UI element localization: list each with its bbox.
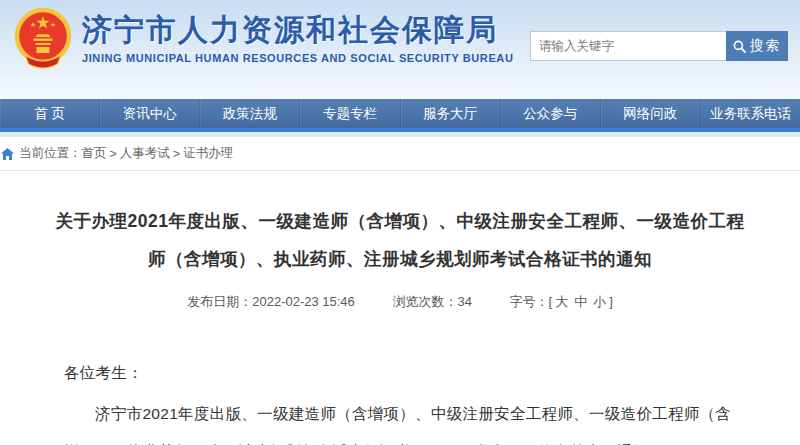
breadcrumb-item-certificate-handling[interactable]: 证书办理: [183, 145, 233, 162]
site-subtitle: JINING MUNICIPAL HUMAN RESOURCES AND SOC…: [82, 52, 513, 64]
publish-date: 发布日期：2022-02-23 15:46: [187, 294, 355, 309]
font-size-medium[interactable]: 中: [574, 294, 587, 309]
search-button-label: 搜索: [750, 37, 781, 55]
search-area: 搜索: [530, 31, 788, 61]
main-navigation: 首 页 资讯中心 政策法规 专题专栏 服务大厅 公众参与 网络问政 业务联系电话: [0, 99, 800, 128]
national-emblem-logo: [13, 7, 73, 73]
nav-item-home[interactable]: 首 页: [0, 99, 100, 128]
nav-item-public-participation[interactable]: 公众参与: [501, 99, 601, 128]
font-size-label: 字号：: [510, 294, 549, 309]
home-icon: [1, 148, 14, 160]
font-size-large[interactable]: 大: [555, 294, 568, 309]
font-size-bracket: ]: [609, 294, 613, 309]
font-size-control: 字号：[大中小]: [510, 294, 613, 309]
nav-item-service-hall[interactable]: 服务大厅: [401, 99, 501, 128]
search-icon: [733, 40, 746, 53]
view-count-value: 34: [457, 294, 471, 309]
body-paragraph: 济宁市2021年度出版、一级建造师（含增项）、中级注册安全工程师、一级造价工程师…: [64, 395, 736, 445]
site-title: 济宁市人力资源和社会保障局: [82, 12, 513, 48]
article-body: 各位考生： 济宁市2021年度出版、一级建造师（含增项）、中级注册安全工程师、一…: [64, 354, 736, 445]
breadcrumb-prefix: 当前位置：: [19, 145, 82, 162]
breadcrumb-item-home[interactable]: 首页: [82, 145, 107, 162]
nav-item-business-contacts[interactable]: 业务联系电话: [701, 99, 800, 128]
font-size-bracket: [: [549, 294, 553, 309]
search-button[interactable]: 搜索: [726, 31, 788, 61]
site-branding: 济宁市人力资源和社会保障局 JINING MUNICIPAL HUMAN RES…: [82, 12, 513, 64]
view-count-label: 浏览次数：: [392, 294, 457, 309]
publish-date-value: 2022-02-23 15:46: [252, 294, 355, 309]
view-count: 浏览次数：34: [392, 294, 471, 309]
breadcrumb-item-personnel-exam[interactable]: 人事考试: [120, 145, 170, 162]
breadcrumb-separator: >: [110, 147, 117, 161]
site-header: 济宁市人力资源和社会保障局 JINING MUNICIPAL HUMAN RES…: [0, 0, 800, 99]
publish-date-label: 发布日期：: [187, 294, 252, 309]
nav-item-news-center[interactable]: 资讯中心: [100, 99, 200, 128]
article-content: 关于办理2021年度出版、一级建造师（含增项）、中级注册安全工程师、一级造价工程…: [0, 171, 800, 445]
breadcrumb: 当前位置： 首页 > 人事考试 > 证书办理: [0, 137, 800, 171]
search-input[interactable]: [530, 31, 726, 61]
article-title: 关于办理2021年度出版、一级建造师（含增项）、中级注册安全工程师、一级造价工程…: [55, 202, 745, 278]
salutation: 各位考生：: [64, 354, 736, 392]
nav-item-special-topics[interactable]: 专题专栏: [300, 99, 400, 128]
nav-item-policies[interactable]: 政策法规: [200, 99, 300, 128]
font-size-small[interactable]: 小: [593, 294, 606, 309]
nav-item-online-politics[interactable]: 网络问政: [601, 99, 701, 128]
breadcrumb-separator: >: [173, 147, 180, 161]
article-meta: 发布日期：2022-02-23 15:46 浏览次数：34 字号：[大中小]: [0, 293, 800, 311]
